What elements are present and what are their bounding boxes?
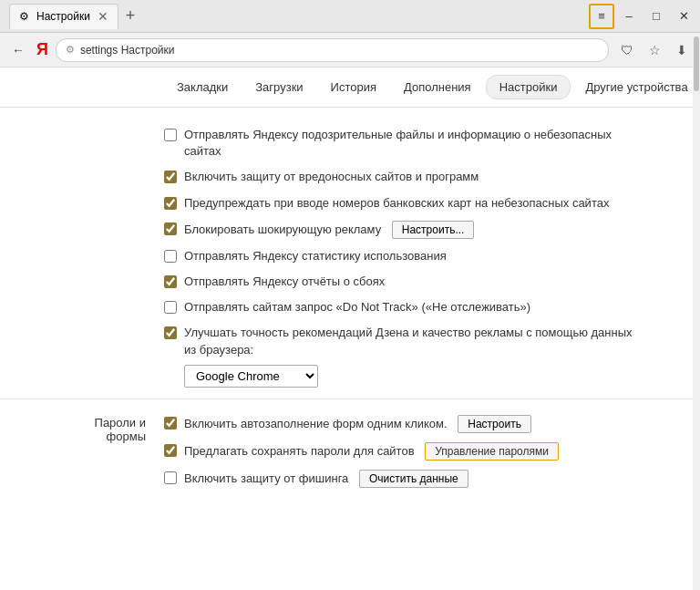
checkbox-passwords-row: Предлагать сохранять пароли для сайтов У…	[164, 438, 645, 465]
tab-addons[interactable]: Дополнения	[391, 76, 484, 98]
checkbox-label-7: Отправлять сайтам запрос «Do Not Track» …	[184, 299, 530, 316]
checkbox-label-4: Блокировать шокирующую рекламу Настроить…	[184, 221, 474, 239]
window-close-button[interactable]: ✕	[671, 4, 696, 29]
tab-settings[interactable]: Настройки	[486, 75, 571, 99]
scrollbar-thumb[interactable]	[694, 36, 699, 91]
clear-data-button[interactable]: Очистить данные	[359, 470, 468, 488]
checkbox-dzen[interactable]	[164, 326, 177, 339]
checkbox-label-6: Отправлять Яндексу отчёты о сбоях	[184, 274, 385, 290]
restore-button[interactable]: □	[643, 4, 669, 29]
checkbox-label-1: Отправлять Яндексу подозрительные файлы …	[184, 127, 645, 160]
checkbox-block-ads[interactable]	[164, 223, 177, 235]
manage-passwords-button[interactable]: Управление паролями	[425, 442, 559, 461]
scrollbar-track	[693, 33, 700, 590]
checkbox-reports[interactable]	[164, 275, 177, 288]
title-bar: ⚙ Настройки ✕ + ≡ – □ ✕	[0, 0, 700, 33]
passwords-section-label: Пароли и формы	[0, 410, 164, 443]
download-icon[interactable]: ⬇	[671, 39, 693, 61]
address-bar: ← Я ⚙ settings Настройки 🛡 ☆ ⬇	[0, 33, 700, 67]
checkbox-phishing-row: Включить защиту от фишинга Очистить данн…	[164, 465, 645, 492]
checkbox-statistics[interactable]	[164, 250, 177, 263]
checkbox-label-5: Отправлять Яндексу статистику использова…	[184, 248, 447, 264]
checkbox-label-8: Улучшать точность рекомендаций Дзена и к…	[184, 325, 645, 357]
checkbox-protection[interactable]	[164, 171, 177, 183]
browser-dropdown-row: Google Chrome Яндекс.Браузер	[164, 365, 645, 388]
checkbox-autofill[interactable]	[164, 417, 177, 430]
checkbox-row-7: Отправлять сайтам запрос «Do Not Track» …	[164, 295, 645, 320]
privacy-section: Отправлять Яндексу подозрительные файлы …	[0, 122, 700, 388]
new-tab-btn[interactable]: +	[126, 6, 136, 26]
passwords-section: Пароли и формы Включить автозаполнение ф…	[0, 410, 700, 492]
configure-ads-button[interactable]: Настроить...	[392, 221, 475, 239]
browser-tab[interactable]: ⚙ Настройки ✕	[9, 4, 118, 29]
checkbox-autofill-row: Включить автозаполнение форм одним клико…	[164, 410, 645, 438]
menu-button[interactable]: ≡	[589, 4, 614, 29]
tab-downloads[interactable]: Загрузки	[242, 76, 315, 98]
configure-autofill-button[interactable]: Настроить	[458, 415, 531, 433]
nav-tabs: Закладки Загрузки История Дополнения Нас…	[0, 67, 700, 108]
url-text: settings Настройки	[80, 44, 175, 57]
checkbox-row-8: Улучшать точность рекомендаций Дзена и к…	[164, 320, 645, 362]
tab-settings-icon: ⚙	[19, 10, 29, 23]
tab-bookmarks[interactable]: Закладки	[164, 76, 241, 98]
checkbox-phishing[interactable]	[164, 471, 177, 484]
star-icon[interactable]: ☆	[643, 39, 665, 61]
checkbox-bankcard-warning[interactable]	[164, 197, 177, 210]
checkbox-row-4: Блокировать шокирующую рекламу Настроить…	[164, 216, 645, 243]
checkbox-row-1: Отправлять Яндексу подозрительные файлы …	[164, 122, 645, 164]
back-button[interactable]: ←	[7, 39, 29, 61]
checkbox-label-2: Включить защиту от вредоносных сайтов и …	[184, 169, 479, 185]
checkbox-row-5: Отправлять Яндексу статистику использова…	[164, 243, 645, 269]
passwords-content: Включить автозаполнение форм одним клико…	[164, 410, 700, 492]
settings-content: Отправлять Яндексу подозрительные файлы …	[0, 108, 700, 590]
url-input[interactable]: ⚙ settings Настройки	[56, 38, 609, 62]
yandex-logo[interactable]: Я	[36, 40, 48, 59]
checkbox-row-2: Включить защиту от вредоносных сайтов и …	[164, 164, 645, 190]
checkbox-phishing-label: Включить защиту от фишинга Очистить данн…	[184, 470, 468, 488]
checkbox-dnt[interactable]	[164, 301, 177, 314]
checkbox-suspicious-files[interactable]	[164, 129, 177, 141]
checkbox-row-6: Отправлять Яндексу отчёты о сбоях	[164, 269, 645, 295]
minimize-button[interactable]: –	[616, 4, 642, 29]
checkbox-save-passwords[interactable]	[164, 444, 177, 457]
checkbox-row-3: Предупреждать при вводе номеров банковск…	[164, 191, 645, 216]
tab-history[interactable]: История	[318, 76, 389, 98]
tab-close-btn[interactable]: ✕	[98, 9, 108, 24]
checkbox-passwords-label: Предлагать сохранять пароли для сайтов У…	[184, 442, 559, 461]
browser-dropdown[interactable]: Google Chrome Яндекс.Браузер	[184, 365, 318, 388]
tab-title: Настройки	[36, 10, 90, 23]
shield-icon[interactable]: 🛡	[616, 39, 638, 61]
checkbox-autofill-label: Включить автозаполнение форм одним клико…	[184, 415, 531, 433]
tab-other-devices[interactable]: Другие устройства	[572, 76, 700, 98]
checkbox-label-3: Предупреждать при вводе номеров банковск…	[184, 195, 609, 212]
lock-icon: ⚙	[66, 44, 75, 56]
